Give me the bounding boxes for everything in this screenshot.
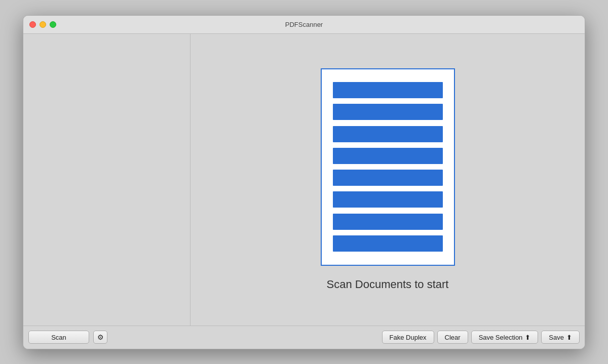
doc-stripe-4 bbox=[333, 148, 443, 164]
toolbar-right: Fake Duplex Clear Save Selection ⬆ Save … bbox=[196, 331, 580, 344]
document-preview bbox=[321, 68, 455, 266]
traffic-lights bbox=[29, 21, 56, 28]
doc-stripe-3 bbox=[333, 126, 443, 142]
doc-stripe-1 bbox=[333, 82, 443, 98]
gear-button[interactable]: ⚙ bbox=[93, 331, 107, 344]
scan-prompt: Scan Documents to start bbox=[327, 278, 449, 291]
doc-stripe-7 bbox=[333, 214, 443, 230]
app-window: PDFScanner Scan Documents to start Scan … bbox=[23, 15, 585, 349]
content-area: Scan Documents to start bbox=[23, 34, 585, 326]
save-button[interactable]: Save ⬆ bbox=[541, 331, 580, 344]
save-share-icon: ⬆ bbox=[566, 334, 572, 341]
close-button[interactable] bbox=[29, 21, 36, 28]
doc-stripe-8 bbox=[333, 235, 443, 252]
save-selection-label: Save Selection bbox=[479, 334, 523, 341]
doc-stripe-2 bbox=[333, 104, 443, 120]
clear-button[interactable]: Clear bbox=[437, 331, 468, 344]
fake-duplex-button[interactable]: Fake Duplex bbox=[382, 331, 434, 344]
doc-stripe-5 bbox=[333, 170, 443, 186]
save-selection-button[interactable]: Save Selection ⬆ bbox=[471, 331, 539, 344]
save-label: Save bbox=[549, 334, 564, 341]
doc-stripe-6 bbox=[333, 191, 443, 208]
share-icon: ⬆ bbox=[525, 334, 530, 341]
sidebar bbox=[23, 34, 191, 326]
main-panel: Scan Documents to start bbox=[191, 34, 585, 326]
window-title: PDFScanner bbox=[285, 21, 323, 28]
scan-button[interactable]: Scan bbox=[28, 331, 89, 344]
titlebar: PDFScanner bbox=[23, 16, 585, 34]
toolbar-left: Scan ⚙ bbox=[28, 331, 196, 344]
maximize-button[interactable] bbox=[50, 21, 56, 28]
minimize-button[interactable] bbox=[40, 21, 46, 28]
toolbar: Scan ⚙ Fake Duplex Clear Save Selection … bbox=[23, 326, 585, 349]
